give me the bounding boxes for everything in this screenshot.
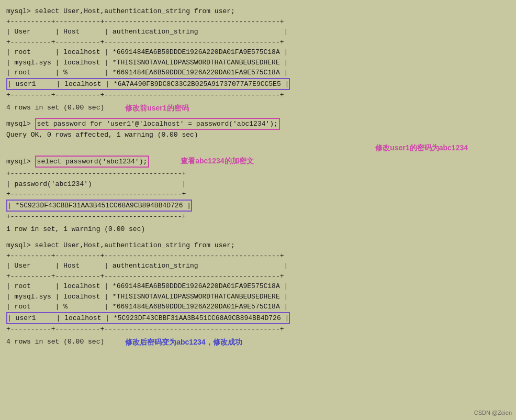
sep2: +----------+-----------+----------------… bbox=[6, 37, 510, 48]
annotation2-section: 修改user1的密码为abc1234 bbox=[6, 142, 510, 153]
sep5: +----------+-----------+----------------… bbox=[6, 271, 510, 282]
header1: | User | Host | authentication_string | bbox=[6, 27, 510, 37]
annotation1: 修改前user1的密码 bbox=[125, 103, 188, 114]
section-first-query: mysql> select User,Host,authentication_s… bbox=[6, 6, 510, 101]
row2-root2: | root | % | *6691484EA6B50DDDE1926A220D… bbox=[6, 302, 510, 312]
row-root1: | root | localhost | *6691484EA6B50DDDE1… bbox=[6, 47, 510, 58]
pass-header: | password('abc1234') | bbox=[6, 179, 510, 190]
pass-value-highlighted: | *5C923DF43CBBF31AA3B451CC68A9CB894BB4D… bbox=[6, 200, 192, 212]
section-setpwd: mysql> set password for 'user1'@'localho… bbox=[6, 118, 510, 140]
rowcount2-section: 1 row in set, 1 warning (0.00 sec) bbox=[6, 224, 510, 235]
rowcount1-section: 4 rows in set (0.00 sec) 修改前user1的密码 bbox=[6, 103, 510, 114]
sep3: +----------+-----------+----------------… bbox=[6, 90, 510, 101]
sep6: +----------+-----------+----------------… bbox=[6, 324, 510, 335]
branding: CSDN @Zcien bbox=[474, 410, 512, 416]
sep-pass2: +---------------------------------------… bbox=[6, 189, 510, 200]
row2-root1: | root | localhost | *6691484EA6B50DDDE1… bbox=[6, 281, 510, 292]
sep4: +----------+-----------+----------------… bbox=[6, 251, 510, 261]
row-user1-highlighted: | user1 | localhost | *6A7A490FB9DC8C33C… bbox=[6, 78, 290, 91]
annotation3: 查看abc1234的加密文 bbox=[181, 156, 253, 167]
query2-line: mysql> select User,Host,authentication_s… bbox=[6, 240, 510, 251]
annotation2: 修改user1的密码为abc1234 bbox=[375, 142, 468, 153]
rowcount3: 4 rows in set (0.00 sec) bbox=[6, 337, 104, 347]
selpass-cmd: select password('abc1234'); bbox=[35, 156, 150, 168]
prompt3: mysql> bbox=[6, 157, 35, 167]
sep1: +----------+-----------+----------------… bbox=[6, 17, 510, 27]
setpwd-line: mysql> set password for 'user1'@'localho… bbox=[6, 118, 510, 130]
prompt2: mysql> bbox=[6, 119, 35, 129]
rowcount2: 1 row in set, 1 warning (0.00 sec) bbox=[6, 225, 145, 233]
row2-sys: | mysql.sys | localhost | *THISISNOTAVAL… bbox=[6, 292, 510, 302]
sep-pass3: +---------------------------------------… bbox=[6, 212, 510, 222]
selpass-line: mysql> select password('abc1234'); 查看abc… bbox=[6, 156, 510, 168]
row-root2: | root | % | *6691484EA6B50DDDE1926A220D… bbox=[6, 68, 510, 78]
rowcount3-section: 4 rows in set (0.00 sec) 修改后密码变为abc1234，… bbox=[6, 337, 510, 348]
header2: | User | Host | authentication_string | bbox=[6, 261, 510, 271]
sep-pass1: +---------------------------------------… bbox=[6, 169, 510, 179]
rowcount1: 4 rows in set (0.00 sec) bbox=[6, 103, 104, 113]
annotation4: 修改后密码变为abc1234，修改成功 bbox=[125, 337, 242, 348]
query1-line: mysql> select User,Host,authentication_s… bbox=[6, 6, 510, 17]
query-ok: Query OK, 0 rows affected, 1 warning (0.… bbox=[6, 130, 510, 140]
section-second-query: mysql> select User,Host,authentication_s… bbox=[6, 240, 510, 335]
row-sys: | mysql.sys | localhost | *THISISNOTAVAL… bbox=[6, 58, 510, 68]
setpwd-cmd: set password for 'user1'@'localhost' = p… bbox=[35, 118, 280, 130]
section-selpass: mysql> select password('abc1234'); 查看abc… bbox=[6, 156, 510, 222]
row2-user1-highlighted: | user1 | localhost | *5C923DF43CBBF31AA… bbox=[6, 312, 290, 325]
terminal: mysql> select User,Host,authentication_s… bbox=[4, 4, 512, 350]
